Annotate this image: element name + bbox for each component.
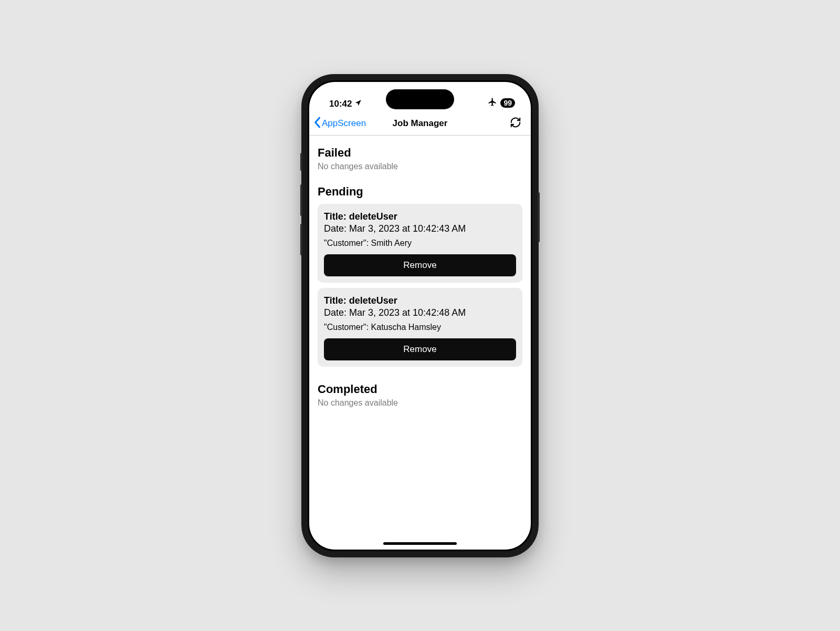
battery-level: 99 — [500, 98, 515, 108]
back-label: AppScreen — [322, 118, 366, 129]
phone-frame: 10:42 99 AppScreen — [301, 74, 539, 557]
home-indicator[interactable] — [383, 542, 457, 545]
volume-up-button — [300, 184, 302, 216]
section-header-completed: Completed — [318, 382, 522, 396]
content-scroll[interactable]: Failed No changes available Pending Titl… — [309, 136, 531, 550]
screen: 10:42 99 AppScreen — [309, 82, 531, 550]
dynamic-island — [386, 89, 454, 109]
section-header-failed: Failed — [318, 146, 522, 160]
job-date: Date: Mar 3, 2023 at 10:42:48 AM — [324, 307, 516, 318]
page-title: Job Manager — [393, 118, 448, 129]
chevron-left-icon — [313, 117, 321, 131]
volume-mute-switch — [300, 153, 302, 171]
status-time: 10:42 — [329, 99, 352, 109]
remove-button[interactable]: Remove — [324, 254, 516, 276]
section-header-pending: Pending — [318, 185, 522, 199]
job-title: Title: deleteUser — [324, 295, 516, 306]
power-button — [538, 192, 540, 242]
remove-button[interactable]: Remove — [324, 338, 516, 360]
job-date: Date: Mar 3, 2023 at 10:42:43 AM — [324, 223, 516, 234]
section-empty-completed: No changes available — [318, 398, 522, 408]
navigation-bar: AppScreen Job Manager — [309, 112, 531, 136]
refresh-icon — [510, 117, 521, 130]
location-icon — [354, 99, 362, 109]
section-empty-failed: No changes available — [318, 162, 522, 171]
volume-down-button — [300, 224, 302, 255]
job-customer: "Customer": Katuscha Hamsley — [324, 323, 516, 332]
job-customer: "Customer": Smith Aery — [324, 239, 516, 248]
refresh-button[interactable] — [510, 112, 521, 135]
airplane-mode-icon — [488, 97, 497, 109]
job-card: Title: deleteUser Date: Mar 3, 2023 at 1… — [318, 204, 522, 283]
job-card: Title: deleteUser Date: Mar 3, 2023 at 1… — [318, 288, 522, 367]
back-button[interactable]: AppScreen — [313, 112, 366, 135]
job-title: Title: deleteUser — [324, 211, 516, 222]
